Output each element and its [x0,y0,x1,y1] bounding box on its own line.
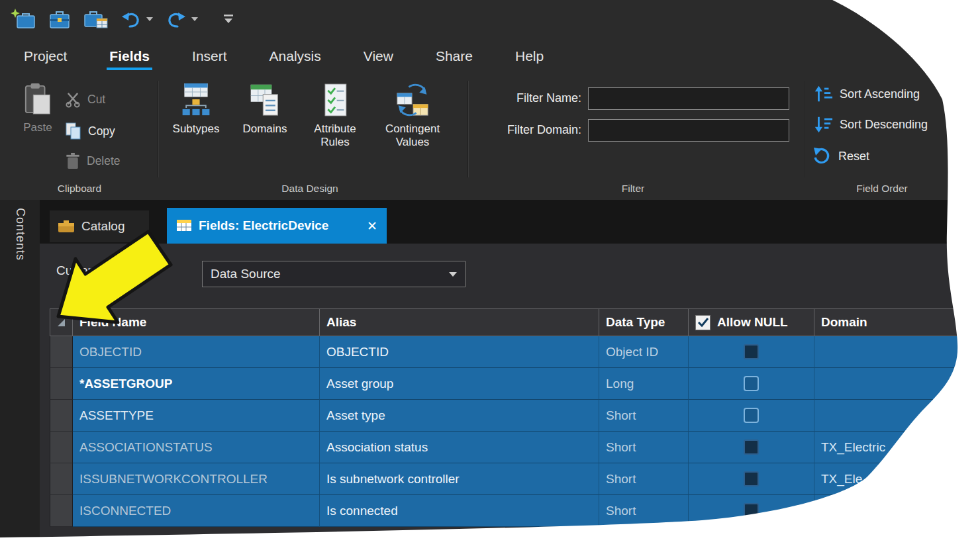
ribbon-tab-analysis[interactable]: Analysis [270,48,321,64]
column-header-domain[interactable]: Domain [814,308,980,336]
open-project-icon[interactable] [11,8,36,30]
select-all-button[interactable] [50,308,73,336]
ribbon-tab-share[interactable]: Share [436,48,473,64]
customize-toolbar-icon[interactable] [222,14,236,25]
row-header-cell[interactable] [50,432,73,463]
redo-dropdown-chevron-icon[interactable] [191,17,199,22]
sort-ascending-icon [813,85,833,103]
column-header-data-type[interactable]: Data Type [599,308,689,336]
delete-button[interactable]: Delete [65,152,121,170]
paste-label: Paste [23,121,52,134]
cell-field-name[interactable]: ASSOCIATIONSTATUS [73,432,320,463]
cell-allow-null[interactable] [689,432,814,463]
cell-field-name[interactable]: *ASSETGROUP [73,368,320,400]
allow-null-checkbox[interactable] [744,344,759,359]
contingent-values-button[interactable]: Contingent Values [375,82,450,148]
document-tab-strip: Catalog Fields: ElectricDevice ✕ [40,200,980,244]
cell-allow-null[interactable] [689,368,814,400]
sort-descending-label: Sort Descending [840,118,928,132]
subtypes-button[interactable]: Subtypes [164,82,228,136]
allow-null-checkbox[interactable] [744,471,759,486]
tab-catalog[interactable]: Catalog [50,210,149,242]
save-edits-icon[interactable] [83,8,109,30]
current-layer-dropdown[interactable]: Data Source [202,261,466,287]
data-design-group-label: Data Design [164,183,456,195]
cell-alias[interactable]: Is connected [320,495,599,527]
quick-access-toolbar [0,0,236,38]
allow-null-checkbox[interactable] [744,376,759,391]
contents-pane-tab[interactable]: Contents [0,200,40,556]
cell-data-type[interactable]: Short [599,495,689,527]
row-header-cell[interactable] [50,368,73,400]
filter-name-input[interactable] [588,87,789,110]
cell-allow-null[interactable] [689,495,814,527]
cell-data-type[interactable]: Short [599,400,689,432]
cell-allow-null[interactable] [689,336,814,368]
row-header-cell[interactable] [50,463,73,495]
tab-fields-electricdevice[interactable]: Fields: ElectricDevice ✕ [167,208,387,244]
fields-table-icon [176,219,192,232]
column-header-alias[interactable]: Alias [320,308,599,336]
allow-null-checkbox[interactable] [744,440,759,455]
filter-domain-input[interactable] [588,119,789,142]
check-icon [697,317,709,328]
domains-button[interactable]: Domains [233,82,297,136]
delete-label: Delete [87,154,121,168]
attribute-rules-button[interactable]: Attribute Rules [301,82,369,148]
cell-allow-null[interactable] [689,463,814,495]
ribbon-tab-help[interactable]: Help [515,48,544,64]
cut-button[interactable]: Cut [65,91,105,108]
cell-alias[interactable]: OBJECTID [320,336,599,368]
column-header-allow-null[interactable]: Allow NULL [689,308,814,336]
ribbon-tab-view[interactable]: View [364,48,393,64]
undo-dropdown-chevron-icon[interactable] [146,17,154,22]
reset-icon [813,147,832,165]
cell-domain[interactable] [814,368,980,400]
save-project-icon[interactable] [48,8,72,30]
allow-null-checkbox[interactable] [744,408,759,423]
cell-domain[interactable] [814,400,980,432]
cell-data-type[interactable]: Short [599,463,689,495]
cell-data-type[interactable]: Short [599,432,689,463]
close-tab-icon[interactable]: ✕ [367,218,377,234]
row-header-cell[interactable] [50,336,73,368]
ribbon-tab-insert[interactable]: Insert [192,48,227,64]
cell-field-name[interactable]: ISCONNECTED [73,495,320,527]
cell-domain[interactable]: TX_Electric [814,432,980,463]
reset-field-order-button[interactable]: Reset [813,147,869,165]
domains-icon [248,82,281,118]
ribbon-area: Project Fields Insert Analysis View Shar… [0,0,980,201]
cell-alias[interactable]: Is subnetwork controller [320,463,599,495]
cell-field-name[interactable]: OBJECTID [73,336,320,368]
cell-field-name[interactable]: ISSUBNETWORKCONTROLLER [73,463,320,495]
row-header-cell[interactable] [50,400,73,432]
undo-icon[interactable] [121,10,142,28]
ribbon-tab-fields[interactable]: Fields [109,48,150,64]
cell-alias[interactable]: Asset type [320,400,599,432]
redo-button-group [166,10,199,28]
column-header-field-name[interactable]: Field Name [73,308,320,336]
cell-domain[interactable] [814,495,980,527]
cut-icon [65,91,81,108]
select-all-icon [58,319,65,326]
cell-data-type[interactable]: Object ID [599,336,689,368]
copy-button[interactable]: Copy [65,122,115,140]
row-header-cell[interactable] [50,495,73,527]
sort-descending-button[interactable]: Sort Descending [813,115,928,134]
cell-allow-null[interactable] [689,400,814,432]
paste-button[interactable]: Paste [16,82,60,134]
sort-ascending-button[interactable]: Sort Ascending [813,85,920,103]
allow-null-header-checkbox[interactable] [695,315,710,330]
cell-domain[interactable] [814,336,980,368]
reset-label: Reset [838,150,869,163]
allow-null-checkbox[interactable] [744,503,759,518]
cell-alias[interactable]: Asset group [320,368,599,400]
cell-data-type[interactable]: Long [599,368,689,400]
cell-field-name[interactable]: ASSETTYPE [73,400,320,432]
delete-icon [65,152,81,170]
redo-icon[interactable] [166,10,187,28]
arcgis-pro-window: Project Fields Insert Analysis View Shar… [0,0,980,556]
cell-alias[interactable]: Association status [320,432,599,463]
ribbon-tab-project[interactable]: Project [24,48,67,64]
cell-domain[interactable]: TX_Ele [814,463,980,495]
